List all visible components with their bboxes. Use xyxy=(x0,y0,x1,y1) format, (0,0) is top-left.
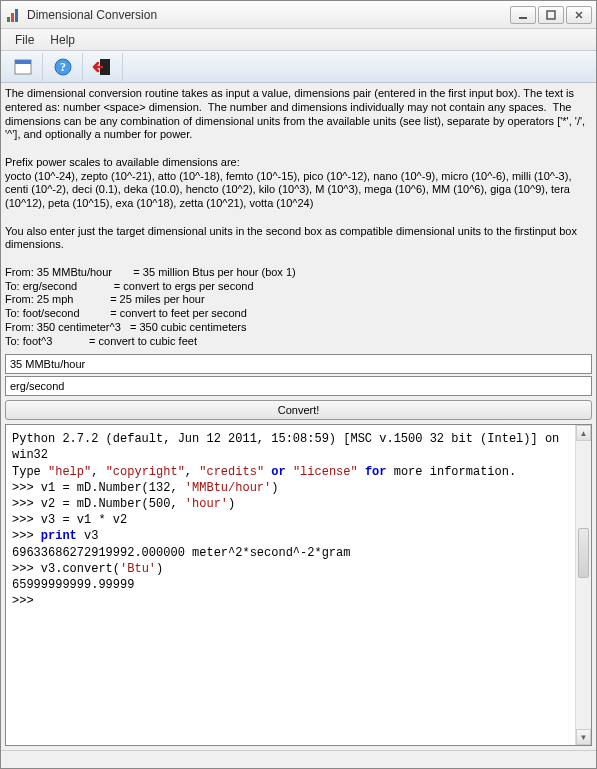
description-text: The dimensional conversion routine takes… xyxy=(1,83,596,352)
console-string: 'Btu' xyxy=(120,562,156,576)
from-input[interactable] xyxy=(6,355,591,373)
console-keyword: or xyxy=(271,465,285,479)
console-line: 65999999999.99999 xyxy=(12,578,134,592)
console-line: >>> v3 = v1 * v2 xyxy=(12,513,127,527)
exit-button[interactable] xyxy=(83,53,123,81)
console-line: 69633686272919992.000000 meter^2*second^… xyxy=(12,546,350,560)
window-icon xyxy=(13,58,33,76)
new-window-button[interactable] xyxy=(3,53,43,81)
svg-rect-4 xyxy=(547,11,555,19)
status-bar xyxy=(1,750,596,768)
console-text xyxy=(358,465,365,479)
console-line: >>> v1 = mD.Number(132, xyxy=(12,481,185,495)
console-text: more information. xyxy=(387,465,517,479)
minimize-button[interactable] xyxy=(510,6,536,24)
help-button[interactable]: ? xyxy=(43,53,83,81)
close-button[interactable] xyxy=(566,6,592,24)
console-string: "copyright" xyxy=(106,465,185,479)
menu-help[interactable]: Help xyxy=(42,31,83,49)
scroll-track[interactable] xyxy=(576,441,591,729)
console-string: 'MMBtu/hour' xyxy=(185,481,271,495)
app-window: Dimensional Conversion File Help xyxy=(0,0,597,769)
menu-file[interactable]: File xyxy=(7,31,42,49)
console-string: "credits" xyxy=(199,465,264,479)
console-line: >>> v3.convert( xyxy=(12,562,120,576)
console-line: Type xyxy=(12,465,48,479)
scroll-up-button[interactable]: ▲ xyxy=(576,425,591,441)
svg-text:?: ? xyxy=(60,60,66,74)
console-text: , xyxy=(185,465,199,479)
window-title: Dimensional Conversion xyxy=(27,8,510,22)
svg-rect-3 xyxy=(519,17,527,19)
window-buttons xyxy=(510,6,592,24)
scroll-thumb[interactable] xyxy=(578,528,589,578)
help-icon: ? xyxy=(53,57,73,77)
console-line: >>> v2 = mD.Number(500, xyxy=(12,497,185,511)
to-input-wrap xyxy=(5,376,592,396)
menubar: File Help xyxy=(1,29,596,51)
console-text: , xyxy=(91,465,105,479)
console-keyword: for xyxy=(365,465,387,479)
minimize-icon xyxy=(518,10,528,20)
console-wrap: Python 2.7.2 (default, Jun 12 2011, 15:0… xyxy=(5,424,592,746)
console-keyword: print xyxy=(41,529,77,543)
python-console[interactable]: Python 2.7.2 (default, Jun 12 2011, 15:0… xyxy=(6,425,575,745)
svg-rect-6 xyxy=(15,60,31,64)
console-line: >>> xyxy=(12,594,41,608)
svg-rect-0 xyxy=(7,17,10,22)
svg-rect-1 xyxy=(11,13,14,22)
console-text: v3 xyxy=(77,529,99,543)
to-input[interactable] xyxy=(6,377,591,395)
app-icon xyxy=(5,7,21,23)
toolbar: ? xyxy=(1,51,596,83)
from-input-wrap xyxy=(5,354,592,374)
titlebar: Dimensional Conversion xyxy=(1,1,596,29)
console-string: "license" xyxy=(293,465,358,479)
console-text: ) xyxy=(156,562,163,576)
maximize-icon xyxy=(546,10,556,20)
console-line: >>> xyxy=(12,529,41,543)
console-text xyxy=(286,465,293,479)
console-text: ) xyxy=(228,497,235,511)
convert-button[interactable]: Convert! xyxy=(5,400,592,420)
scroll-down-button[interactable]: ▼ xyxy=(576,729,591,745)
svg-rect-2 xyxy=(15,9,18,22)
console-string: "help" xyxy=(48,465,91,479)
console-string: 'hour' xyxy=(185,497,228,511)
close-icon xyxy=(574,10,584,20)
console-text: ) xyxy=(271,481,278,495)
scrollbar[interactable]: ▲ ▼ xyxy=(575,425,591,745)
exit-icon xyxy=(92,57,114,77)
console-line: Python 2.7.2 (default, Jun 12 2011, 15:0… xyxy=(12,432,567,462)
maximize-button[interactable] xyxy=(538,6,564,24)
